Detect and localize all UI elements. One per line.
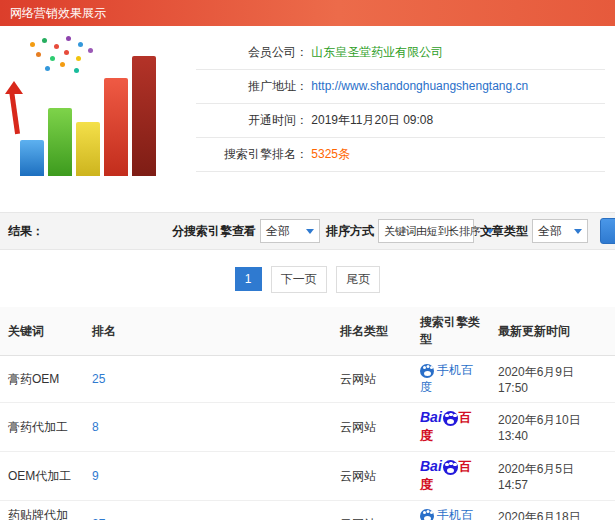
header-keyword: 关键词: [0, 307, 84, 356]
table-row: OEM代加工 9 云网站 Bai百度 2020年6月5日 14:57: [0, 452, 615, 501]
updated-cell: 2020年6月5日 14:57: [490, 452, 615, 501]
table-header-row: 关键词 排名 排名类型 搜索引擎类型 最新更新时间: [0, 307, 615, 356]
page-header: 网络营销效果展示: [0, 0, 615, 26]
keyword-ranking-table: 关键词 排名 排名类型 搜索引擎类型 最新更新时间 膏药OEM 25 云网站 手…: [0, 307, 615, 520]
sort-select[interactable]: 关键词由短到长排序: [378, 219, 474, 243]
info-row-company: 会员公司： 山东皇圣堂药业有限公司: [196, 36, 605, 70]
rank-link[interactable]: 8: [92, 420, 99, 434]
chevron-down-icon: [574, 229, 582, 234]
filter-bar: 结果： 分搜索引擎查看 全部 排序方式 关键词由短到长排序 文章类型 全部 提交: [0, 212, 615, 250]
mobile-baidu-badge: 手机百度: [420, 508, 473, 520]
sort-select-value: 关键词由短到长排序: [384, 224, 480, 239]
mobile-baidu-badge: 手机百度: [420, 363, 473, 394]
article-type-select[interactable]: 全部: [532, 219, 588, 243]
promo-url-link[interactable]: http://www.shandonghuangshengtang.cn: [311, 79, 528, 93]
chart-bar-decoration: [48, 108, 72, 176]
updated-cell: 2020年6月18日 10:25: [490, 501, 615, 520]
keyword-cell: 膏药代加工: [0, 403, 84, 452]
header-rank: 排名: [84, 307, 332, 356]
confetti-dots-decoration: [30, 42, 35, 47]
marketing-illustration: [0, 32, 196, 190]
table-row: 膏药代加工 8 云网站 Bai百度 2020年6月10日 13:40: [0, 403, 615, 452]
engine-select[interactable]: 全部: [260, 219, 320, 243]
baidu-paw-icon: [443, 411, 458, 426]
open-time-value: 2019年11月20日 09:08: [311, 113, 433, 127]
baidu-badge: Bai百度: [420, 460, 472, 492]
growth-arrow-head-icon: [5, 81, 23, 94]
updated-cell: 2020年6月9日 17:50: [490, 356, 615, 403]
company-info-rows: 会员公司： 山东皇圣堂药业有限公司 推广地址： http://www.shand…: [196, 32, 615, 190]
page-title: 网络营销效果展示: [10, 6, 106, 20]
header-rank-type: 排名类型: [332, 307, 412, 356]
rank-count-label: 搜索引擎排名：: [196, 146, 308, 163]
chart-bar-decoration: [20, 140, 44, 176]
rank-type-cell: 云网站: [332, 501, 412, 520]
chart-bar-decoration: [132, 56, 156, 176]
rank-type-cell: 云网站: [332, 452, 412, 501]
page-1-button[interactable]: 1: [235, 267, 262, 291]
company-label: 会员公司：: [196, 44, 308, 61]
info-row-url: 推广地址： http://www.shandonghuangshengtang.…: [196, 70, 605, 104]
marketing-report-page: 网络营销效果展示 会员公司： 山东皇圣堂药业有限公司 推广地址： http://…: [0, 0, 615, 520]
keyword-cell: 膏药OEM: [0, 356, 84, 403]
last-page-button[interactable]: 尾页: [336, 266, 380, 293]
keyword-cell: OEM代加工: [0, 452, 84, 501]
sort-filter-label: 排序方式: [326, 223, 374, 240]
mobile-baidu-icon: [420, 364, 434, 378]
baidu-bai-text: Bai: [420, 458, 442, 474]
info-row-open-time: 开通时间： 2019年11月20日 09:08: [196, 104, 605, 138]
chart-bar-decoration: [76, 122, 100, 176]
header-updated: 最新更新时间: [490, 307, 615, 356]
engine-select-value: 全部: [266, 223, 290, 240]
submit-button[interactable]: 提交: [600, 218, 615, 244]
chart-bar-decoration: [104, 78, 128, 176]
company-name-link[interactable]: 山东皇圣堂药业有限公司: [311, 45, 443, 59]
open-time-label: 开通时间：: [196, 112, 308, 129]
growth-arrow-icon: [9, 90, 20, 134]
keyword-cell: 药贴牌代加工: [0, 501, 84, 520]
updated-cell: 2020年6月10日 13:40: [490, 403, 615, 452]
rank-link[interactable]: 25: [92, 372, 105, 386]
next-page-button[interactable]: 下一页: [271, 266, 327, 293]
table-row: 药贴牌代加工 27 云网站 手机百度 2020年6月18日 10:25: [0, 501, 615, 520]
pagination: 1 下一页 尾页: [0, 266, 615, 293]
company-info-section: 会员公司： 山东皇圣堂药业有限公司 推广地址： http://www.shand…: [0, 26, 615, 190]
engine-filter-label: 分搜索引擎查看: [172, 223, 256, 240]
rank-link[interactable]: 9: [92, 469, 99, 483]
rank-type-cell: 云网站: [332, 403, 412, 452]
header-engine-type: 搜索引擎类型: [412, 307, 490, 356]
baidu-paw-icon: [443, 460, 458, 475]
article-type-label: 文章类型: [480, 223, 528, 240]
article-type-select-value: 全部: [538, 223, 562, 240]
mobile-baidu-icon: [420, 509, 434, 520]
rank-count-value: 5325条: [311, 147, 350, 161]
rank-type-cell: 云网站: [332, 356, 412, 403]
promo-url-label: 推广地址：: [196, 78, 308, 95]
info-row-rank-count: 搜索引擎排名： 5325条: [196, 138, 605, 172]
result-label: 结果：: [8, 223, 44, 240]
baidu-bai-text: Bai: [420, 409, 442, 425]
table-row: 膏药OEM 25 云网站 手机百度 2020年6月9日 17:50: [0, 356, 615, 403]
baidu-badge: Bai百度: [420, 411, 472, 443]
chevron-down-icon: [306, 229, 314, 234]
